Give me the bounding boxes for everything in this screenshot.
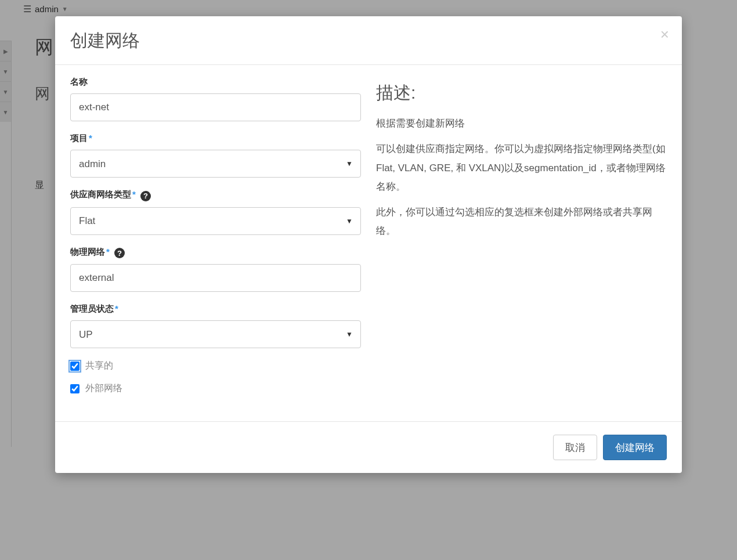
create-network-modal: 创建网络 × 名称 项目* admin ▼ (55, 16, 682, 473)
description-column: 描述: 根据需要创建新网络 可以创建供应商指定网络。你可以为虚拟网络指定物理网络… (376, 77, 667, 405)
admin-state-label: 管理员状态* (70, 304, 361, 315)
name-input[interactable] (70, 93, 361, 121)
project-select[interactable]: admin (70, 150, 361, 178)
external-network-label: 外部网络 (85, 382, 122, 395)
provider-network-type-select[interactable]: Flat (70, 207, 361, 235)
description-text: 可以创建供应商指定网络。你可以为虚拟网络指定物理网络类型(如Flat, VLAN… (376, 140, 667, 196)
cancel-button[interactable]: 取消 (553, 435, 597, 460)
physical-network-label: 物理网络* ? (70, 247, 361, 259)
physical-network-input[interactable] (70, 264, 361, 292)
help-icon[interactable]: ? (140, 191, 151, 201)
shared-label: 共享的 (85, 360, 113, 372)
help-icon[interactable]: ? (114, 248, 125, 258)
shared-checkbox[interactable] (70, 362, 80, 371)
modal-header: 创建网络 × (55, 16, 682, 65)
create-network-button[interactable]: 创建网络 (603, 435, 667, 460)
description-title: 描述: (376, 81, 667, 105)
modal-overlay: 创建网络 × 名称 项目* admin ▼ (0, 0, 737, 560)
modal-title: 创建网络 (70, 29, 667, 53)
external-network-checkbox[interactable] (70, 384, 80, 393)
admin-state-select[interactable]: UP (70, 320, 361, 348)
close-icon[interactable]: × (660, 27, 669, 42)
project-label: 项目* (70, 133, 361, 144)
provider-network-type-label: 供应商网络类型* ? (70, 189, 361, 201)
name-label: 名称 (70, 77, 361, 88)
modal-footer: 取消 创建网络 (55, 421, 682, 473)
form-column: 名称 项目* admin ▼ 供应商网络 (70, 77, 361, 405)
description-text: 此外，你可以通过勾选相应的复选框来创建外部网络或者共享网络。 (376, 203, 667, 241)
description-text: 根据需要创建新网络 (376, 114, 667, 133)
